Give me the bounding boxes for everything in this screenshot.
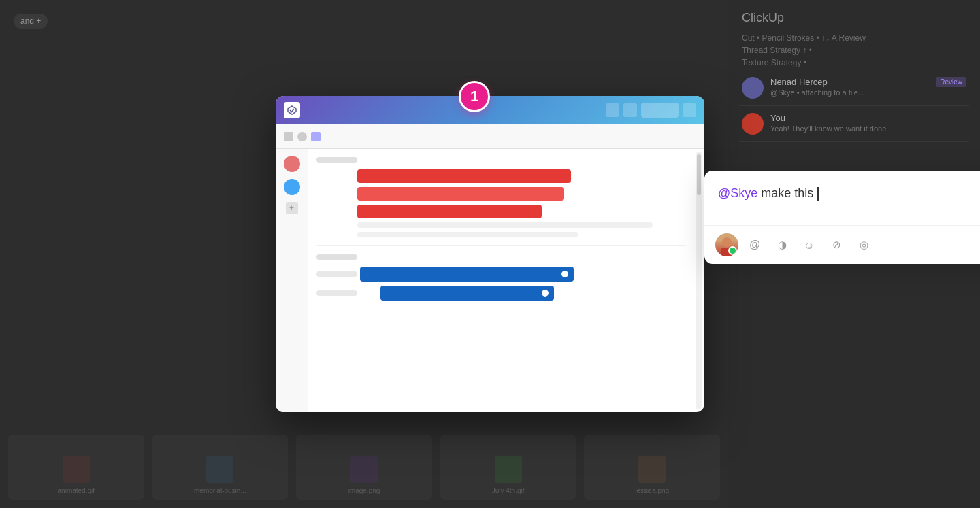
blue-section-header [316, 254, 357, 260]
app-screenshot-card: + [276, 96, 704, 412]
record-icon: ◎ [860, 239, 868, 251]
slash-icon: ⊘ [832, 239, 841, 251]
sidebar-dot-blue [284, 179, 300, 195]
blue-row-label-2 [316, 290, 357, 296]
gantt-circle-2 [540, 288, 550, 298]
modal-overlay: + [0, 0, 980, 508]
gantt-bar-red-2 [357, 187, 564, 201]
notification-icon [606, 103, 619, 117]
record-button[interactable]: ◎ [853, 234, 875, 256]
reaction-button[interactable]: ◑ [771, 234, 793, 256]
app-header-bar [276, 96, 704, 124]
avatar-icon-header [683, 103, 696, 117]
gantt-bar-blue-2 [380, 286, 554, 301]
avatar-face [715, 233, 738, 256]
gantt-row-red-1 [316, 169, 685, 183]
mention-text: @Skye [718, 186, 757, 200]
at-icon: @ [749, 239, 760, 251]
reaction-icon: ◑ [778, 239, 787, 251]
app-header-icons [606, 103, 696, 118]
notification-badge: 1 [459, 81, 490, 112]
gantt-bar-red-1 [357, 169, 571, 183]
comment-text-area[interactable]: @Skye make this [704, 171, 980, 225]
gray-placeholder-1 [357, 222, 653, 228]
header-btn [641, 103, 679, 118]
app-gantt-main [308, 149, 693, 412]
section-divider [316, 245, 685, 246]
modal-container: + [276, 96, 704, 412]
svg-rect-1 [721, 248, 733, 256]
commenter-avatar [715, 233, 738, 256]
app-toolbar [276, 124, 704, 149]
text-cursor [817, 187, 819, 201]
mention-button[interactable]: @ [744, 234, 766, 256]
gantt-bar-blue-1 [360, 267, 574, 282]
section-header-placeholder [316, 157, 357, 163]
gantt-row-red-3 [316, 205, 685, 218]
search-icon-header [623, 103, 637, 117]
gray-placeholder-2 [357, 232, 578, 237]
comment-popup: @Skye make this @ [704, 171, 980, 264]
gantt-row-blue-1 [316, 267, 685, 282]
gantt-row-red-2 [316, 187, 685, 201]
gantt-bar-red-3 [357, 205, 542, 218]
blue-row-label-1 [316, 271, 357, 277]
app-content-area: + [276, 149, 704, 412]
scrollbar-thumb [697, 154, 701, 195]
app-scrollbar[interactable] [696, 152, 702, 409]
gantt-circle-1 [560, 269, 570, 279]
emoji-icon: ☺ [804, 239, 814, 251]
emoji-button[interactable]: ☺ [798, 234, 820, 256]
svg-point-0 [722, 237, 732, 247]
comment-toolbar: @ ◑ ☺ ⊘ ◎ [704, 225, 980, 264]
sidebar-add-icon: + [286, 202, 298, 214]
slash-command-button[interactable]: ⊘ [826, 234, 847, 256]
comment-body-text: make this [757, 186, 817, 200]
sidebar-dot-red [284, 156, 300, 172]
gantt-row-blue-2 [316, 286, 685, 301]
app-left-sidebar: + [276, 149, 308, 412]
app-logo [284, 102, 300, 118]
